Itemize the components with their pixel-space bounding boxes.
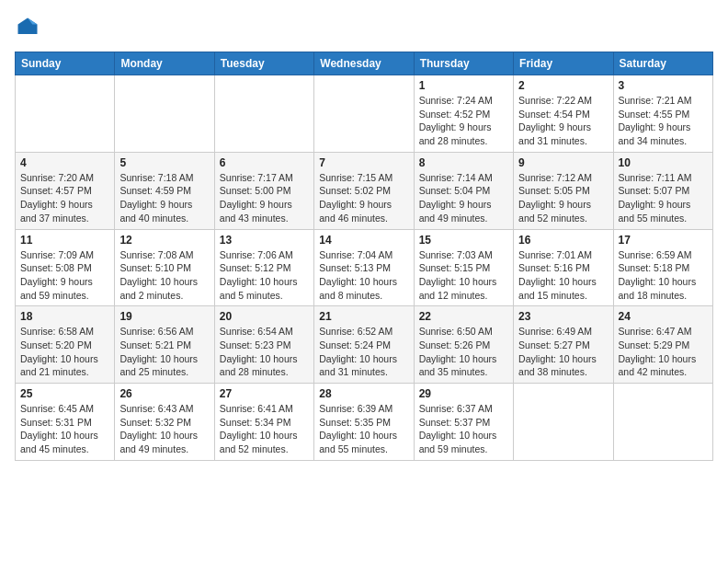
calendar-cell	[514, 384, 613, 461]
day-info: Sunrise: 7:14 AM Sunset: 5:04 PM Dayligh…	[419, 171, 508, 225]
calendar-cell: 11Sunrise: 7:09 AM Sunset: 5:08 PM Dayli…	[16, 229, 115, 306]
page-header	[15, 15, 713, 40]
day-info: Sunrise: 7:09 AM Sunset: 5:08 PM Dayligh…	[20, 248, 109, 303]
day-info: Sunrise: 7:24 AM Sunset: 4:52 PM Dayligh…	[419, 94, 508, 148]
logo-icon	[15, 15, 40, 40]
day-number: 6	[220, 156, 309, 169]
day-info: Sunrise: 7:12 AM Sunset: 5:05 PM Dayligh…	[518, 171, 608, 225]
calendar-cell: 19Sunrise: 6:56 AM Sunset: 5:21 PM Dayli…	[115, 306, 214, 384]
day-number: 22	[419, 310, 508, 323]
calendar-cell: 5Sunrise: 7:18 AM Sunset: 4:59 PM Daylig…	[115, 152, 214, 229]
day-number: 7	[319, 156, 408, 169]
calendar-cell: 22Sunrise: 6:50 AM Sunset: 5:26 PM Dayli…	[414, 306, 513, 384]
day-number: 10	[619, 156, 708, 169]
day-info: Sunrise: 7:18 AM Sunset: 4:59 PM Dayligh…	[119, 171, 209, 225]
day-number: 21	[319, 310, 408, 323]
day-number: 17	[619, 234, 708, 247]
day-info: Sunrise: 7:08 AM Sunset: 5:10 PM Dayligh…	[119, 248, 209, 303]
day-info: Sunrise: 6:39 AM Sunset: 5:35 PM Dayligh…	[319, 402, 408, 456]
col-header-monday: Monday	[115, 52, 214, 75]
day-info: Sunrise: 7:04 AM Sunset: 5:13 PM Dayligh…	[319, 248, 408, 303]
calendar-cell	[115, 75, 214, 153]
day-info: Sunrise: 6:58 AM Sunset: 5:20 PM Dayligh…	[20, 325, 109, 379]
day-number: 14	[319, 234, 408, 247]
day-number: 8	[419, 156, 508, 169]
day-info: Sunrise: 6:43 AM Sunset: 5:32 PM Dayligh…	[119, 402, 209, 456]
calendar-cell: 9Sunrise: 7:12 AM Sunset: 5:05 PM Daylig…	[514, 152, 613, 229]
day-number: 18	[20, 310, 109, 323]
day-number: 23	[518, 310, 608, 323]
day-info: Sunrise: 6:49 AM Sunset: 5:27 PM Dayligh…	[518, 325, 608, 379]
col-header-friday: Friday	[514, 52, 613, 75]
calendar-week-row: 25Sunrise: 6:45 AM Sunset: 5:31 PM Dayli…	[16, 384, 713, 461]
calendar-cell: 17Sunrise: 6:59 AM Sunset: 5:18 PM Dayli…	[613, 229, 712, 306]
svg-marker-0	[18, 18, 38, 35]
day-number: 11	[20, 234, 109, 247]
calendar-cell: 15Sunrise: 7:03 AM Sunset: 5:15 PM Dayli…	[414, 229, 513, 306]
day-number: 5	[119, 156, 209, 169]
calendar-cell: 2Sunrise: 7:22 AM Sunset: 4:54 PM Daylig…	[514, 75, 613, 153]
day-number: 13	[220, 234, 309, 247]
day-info: Sunrise: 7:21 AM Sunset: 4:55 PM Dayligh…	[619, 94, 708, 148]
day-info: Sunrise: 7:17 AM Sunset: 5:00 PM Dayligh…	[220, 171, 309, 225]
calendar-cell: 14Sunrise: 7:04 AM Sunset: 5:13 PM Dayli…	[314, 229, 414, 306]
calendar-cell: 29Sunrise: 6:37 AM Sunset: 5:37 PM Dayli…	[414, 384, 513, 461]
calendar-cell: 3Sunrise: 7:21 AM Sunset: 4:55 PM Daylig…	[613, 75, 712, 153]
calendar-week-row: 11Sunrise: 7:09 AM Sunset: 5:08 PM Dayli…	[16, 229, 713, 306]
day-info: Sunrise: 6:59 AM Sunset: 5:18 PM Dayligh…	[619, 248, 708, 303]
calendar-cell: 12Sunrise: 7:08 AM Sunset: 5:10 PM Dayli…	[115, 229, 214, 306]
calendar-cell: 7Sunrise: 7:15 AM Sunset: 5:02 PM Daylig…	[314, 152, 414, 229]
day-info: Sunrise: 6:41 AM Sunset: 5:34 PM Dayligh…	[220, 402, 309, 456]
day-info: Sunrise: 7:03 AM Sunset: 5:15 PM Dayligh…	[419, 248, 508, 303]
day-info: Sunrise: 7:15 AM Sunset: 5:02 PM Dayligh…	[319, 171, 408, 225]
col-header-wednesday: Wednesday	[314, 52, 414, 75]
day-number: 20	[220, 310, 309, 323]
calendar-cell: 6Sunrise: 7:17 AM Sunset: 5:00 PM Daylig…	[214, 152, 313, 229]
calendar-cell: 28Sunrise: 6:39 AM Sunset: 5:35 PM Dayli…	[314, 384, 414, 461]
day-info: Sunrise: 7:22 AM Sunset: 4:54 PM Dayligh…	[518, 94, 608, 148]
calendar-week-row: 4Sunrise: 7:20 AM Sunset: 4:57 PM Daylig…	[16, 152, 713, 229]
day-info: Sunrise: 6:50 AM Sunset: 5:26 PM Dayligh…	[419, 325, 508, 379]
calendar-cell: 24Sunrise: 6:47 AM Sunset: 5:29 PM Dayli…	[613, 306, 712, 384]
calendar-cell: 20Sunrise: 6:54 AM Sunset: 5:23 PM Dayli…	[214, 306, 313, 384]
day-info: Sunrise: 7:06 AM Sunset: 5:12 PM Dayligh…	[220, 248, 309, 303]
col-header-thursday: Thursday	[414, 52, 513, 75]
day-number: 15	[419, 234, 508, 247]
calendar-cell: 10Sunrise: 7:11 AM Sunset: 5:07 PM Dayli…	[613, 152, 712, 229]
calendar-cell: 25Sunrise: 6:45 AM Sunset: 5:31 PM Dayli…	[16, 384, 115, 461]
calendar-cell: 26Sunrise: 6:43 AM Sunset: 5:32 PM Dayli…	[115, 384, 214, 461]
calendar-cell	[314, 75, 414, 153]
day-info: Sunrise: 6:45 AM Sunset: 5:31 PM Dayligh…	[20, 402, 109, 456]
day-number: 26	[119, 387, 209, 400]
day-number: 19	[119, 310, 209, 323]
day-info: Sunrise: 6:37 AM Sunset: 5:37 PM Dayligh…	[419, 402, 508, 456]
calendar-week-row: 1Sunrise: 7:24 AM Sunset: 4:52 PM Daylig…	[16, 75, 713, 153]
calendar-cell	[613, 384, 712, 461]
day-info: Sunrise: 7:01 AM Sunset: 5:16 PM Dayligh…	[518, 248, 608, 303]
day-info: Sunrise: 6:52 AM Sunset: 5:24 PM Dayligh…	[319, 325, 408, 379]
col-header-saturday: Saturday	[613, 52, 712, 75]
logo	[15, 15, 44, 40]
calendar-cell	[214, 75, 313, 153]
col-header-sunday: Sunday	[16, 52, 115, 75]
calendar-cell: 13Sunrise: 7:06 AM Sunset: 5:12 PM Dayli…	[214, 229, 313, 306]
calendar-cell	[16, 75, 115, 153]
calendar-cell: 18Sunrise: 6:58 AM Sunset: 5:20 PM Dayli…	[16, 306, 115, 384]
col-header-tuesday: Tuesday	[214, 52, 313, 75]
day-number: 28	[319, 387, 408, 400]
day-number: 27	[220, 387, 309, 400]
day-info: Sunrise: 6:56 AM Sunset: 5:21 PM Dayligh…	[119, 325, 209, 379]
day-number: 29	[419, 387, 508, 400]
calendar-cell: 21Sunrise: 6:52 AM Sunset: 5:24 PM Dayli…	[314, 306, 414, 384]
calendar-header-row: SundayMondayTuesdayWednesdayThursdayFrid…	[16, 52, 713, 75]
calendar-cell: 16Sunrise: 7:01 AM Sunset: 5:16 PM Dayli…	[514, 229, 613, 306]
day-number: 16	[518, 234, 608, 247]
day-number: 3	[619, 79, 708, 92]
day-number: 2	[518, 79, 608, 92]
day-number: 25	[20, 387, 109, 400]
calendar-cell: 4Sunrise: 7:20 AM Sunset: 4:57 PM Daylig…	[16, 152, 115, 229]
day-info: Sunrise: 6:47 AM Sunset: 5:29 PM Dayligh…	[619, 325, 708, 379]
day-number: 12	[119, 234, 209, 247]
calendar-cell: 27Sunrise: 6:41 AM Sunset: 5:34 PM Dayli…	[214, 384, 313, 461]
day-info: Sunrise: 7:20 AM Sunset: 4:57 PM Dayligh…	[20, 171, 109, 225]
